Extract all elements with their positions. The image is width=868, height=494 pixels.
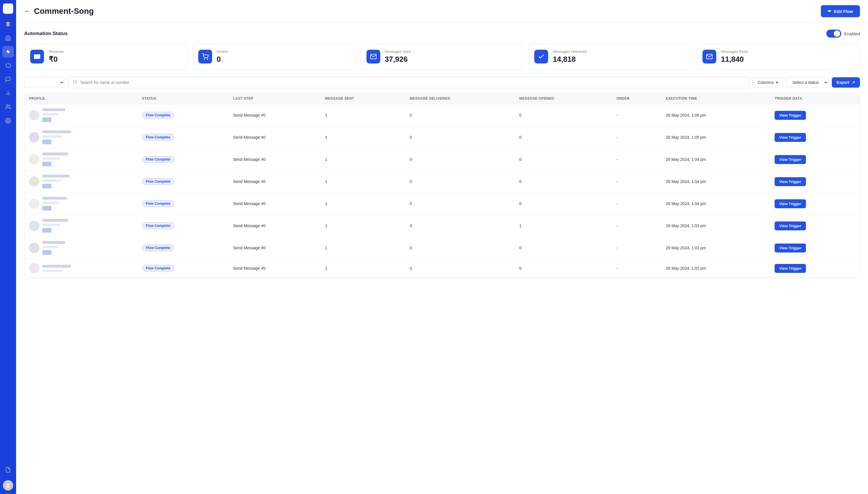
execution-time-cell: 26 May 2024, 1:02 pm — [661, 259, 770, 278]
order-cell: - — [612, 104, 661, 126]
view-trigger-button[interactable]: View Trigger — [775, 244, 806, 252]
stat-name: Messages Delivered — [553, 50, 587, 54]
table-column-header: Order — [612, 93, 661, 104]
table-column-header: PROFILE — [24, 93, 137, 104]
table-body: Flow CompleteSend Message #0100-26 May 2… — [24, 104, 860, 278]
view-trigger-button[interactable]: View Trigger — [775, 264, 806, 273]
table-row: Flow CompleteSend Message #0100-26 May 2… — [24, 104, 860, 126]
table-column-header: STATUS — [137, 93, 228, 104]
stat-info: Messages Sent 37,926 — [385, 50, 411, 64]
last-step-cell: Send Message #0 — [228, 149, 320, 171]
stat-icon — [198, 50, 212, 63]
execution-time-cell: 26 May 2024, 1:03 pm — [661, 215, 770, 237]
status-cell: Flow Complete — [137, 215, 228, 237]
data-table: PROFILESTATUSLast StepMessage SentMessag… — [24, 93, 860, 278]
message-sent-cell: 1 — [320, 149, 405, 171]
stat-icon — [367, 50, 380, 63]
svg-rect-7 — [34, 54, 40, 59]
last-step-cell: Send Message #0 — [228, 171, 320, 193]
megaphone-icon[interactable] — [2, 60, 14, 71]
stat-card: Messages Sent 37,926 — [361, 43, 524, 70]
stat-card: Revenue ₹0 — [24, 43, 188, 70]
last-step-cell: Send Message #0 — [228, 259, 320, 278]
table-row: Flow CompleteSend Message #0100-26 May 2… — [24, 193, 860, 215]
user-avatar[interactable] — [3, 480, 13, 491]
chevron-down-icon: ▾ — [776, 80, 778, 85]
edit-icon: ✏ — [828, 8, 831, 14]
export-button[interactable]: Export ↗ — [832, 77, 860, 88]
stat-name: Messages Sent — [385, 50, 411, 54]
svg-point-4 — [6, 105, 8, 107]
view-trigger-button[interactable]: View Trigger — [775, 133, 806, 142]
profile-cell — [24, 149, 137, 171]
view-trigger-button[interactable]: View Trigger — [775, 222, 806, 230]
message-opened-cell: 0 — [515, 171, 612, 193]
status-cell: Flow Complete — [137, 193, 228, 215]
order-cell: - — [612, 171, 661, 193]
automation-toggle[interactable] — [826, 30, 841, 38]
status-badge: Flow Complete — [142, 178, 174, 185]
gear-icon[interactable] — [2, 115, 14, 126]
message-sent-cell: 1 — [320, 259, 405, 278]
table-row: Flow CompleteSend Message #0100-26 May 2… — [24, 171, 860, 193]
columns-button[interactable]: Columns ▾ — [753, 77, 783, 88]
export-icon: ↗ — [852, 80, 855, 85]
automation-bar: Automation Status Enabled — [24, 30, 860, 38]
view-trigger-button[interactable]: View Trigger — [775, 111, 806, 120]
stat-info: Messages Read 11,840 — [721, 50, 748, 64]
status-cell: Flow Complete — [137, 171, 228, 193]
execution-time-cell: 26 May 2024, 1:04 pm — [661, 171, 770, 193]
date-filter[interactable]: Last 7 days — [24, 77, 64, 88]
stat-info: Revenue ₹0 — [49, 50, 63, 64]
trigger-data-cell: View Trigger — [770, 149, 860, 171]
home-icon[interactable] — [2, 32, 14, 44]
stat-name: Revenue — [49, 50, 63, 54]
lightning-icon[interactable] — [2, 46, 14, 57]
message-opened-cell: 0 — [515, 193, 612, 215]
chart-icon[interactable] — [2, 87, 14, 99]
message-opened-cell: 0 — [515, 237, 612, 259]
view-trigger-button[interactable]: View Trigger — [775, 177, 806, 186]
status-badge: Flow Complete — [142, 222, 174, 229]
stat-card: Messages Delivered 14,818 — [528, 43, 692, 70]
message-delivered-cell: 0 — [405, 237, 515, 259]
message-delivered-cell: 0 — [405, 171, 515, 193]
header-left: ← Comment-Song — [24, 6, 94, 16]
profile-cell — [24, 215, 137, 237]
message-delivered-cell: 0 — [405, 193, 515, 215]
table-column-header: Trigger Data — [770, 93, 860, 104]
status-cell: Flow Complete — [137, 237, 228, 259]
execution-time-cell: 26 May 2024, 1:05 pm — [661, 126, 770, 149]
layers-icon[interactable] — [2, 18, 14, 30]
document-icon[interactable] — [2, 464, 14, 476]
view-trigger-button[interactable]: View Trigger — [775, 155, 806, 164]
trigger-data-cell: View Trigger — [770, 215, 860, 237]
last-step-cell: Send Message #0 — [228, 104, 320, 126]
status-filter[interactable]: Select a status — [787, 77, 828, 88]
back-button[interactable]: ← — [24, 8, 31, 14]
message-sent-cell: 1 — [320, 171, 405, 193]
table-column-header: Last Step — [228, 93, 320, 104]
message-delivered-cell: 0 — [405, 149, 515, 171]
trigger-data-cell: View Trigger — [770, 126, 860, 149]
message-delivered-cell: 0 — [405, 104, 515, 126]
profile-cell — [24, 259, 137, 278]
message-opened-cell: 1 — [515, 215, 612, 237]
order-cell: - — [612, 149, 661, 171]
sidebar-logo[interactable] — [3, 3, 13, 14]
edit-flow-button[interactable]: ✏ Edit Flow — [821, 5, 860, 17]
toggle-label: Enabled — [844, 31, 860, 36]
message-delivered-cell: 0 — [405, 259, 515, 278]
table-column-header: Execution Time — [661, 93, 770, 104]
svg-marker-0 — [6, 50, 10, 54]
status-badge: Flow Complete — [142, 112, 174, 119]
view-trigger-button[interactable]: View Trigger — [775, 199, 806, 208]
stat-name: Messages Read — [721, 50, 748, 54]
users-icon[interactable] — [2, 101, 14, 113]
stat-value: 0 — [217, 55, 228, 64]
chat-icon[interactable] — [2, 74, 14, 85]
status-badge: Flow Complete — [142, 134, 174, 141]
table-column-header: Message Delivered — [405, 93, 515, 104]
message-opened-cell: 0 — [515, 259, 612, 278]
search-input[interactable] — [80, 80, 744, 85]
